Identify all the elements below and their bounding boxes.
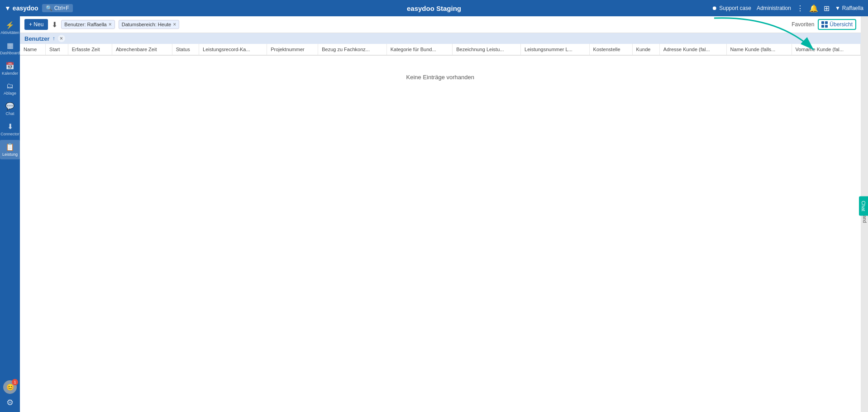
search-shortcut: Ctrl+F [54, 5, 69, 11]
table-group-label: Benutzer [24, 35, 50, 42]
sidebar-label-leistung: Leistung [2, 152, 18, 157]
user-name: Raffaella [842, 5, 863, 11]
col-name[interactable]: Name [20, 44, 46, 55]
col-leistungsrecord[interactable]: Leistungsrecord-Ka... [199, 44, 267, 55]
sidebar: ⚡ Aktivitäten ▦ Dashboard 📅 Kalender 🗂 A… [0, 16, 20, 412]
notification-badge: 1 [12, 379, 18, 385]
col-name-kunde[interactable]: Name Kunde (falls... [726, 44, 792, 55]
filter-benutzer[interactable]: Benutzer: Raffaella × [61, 20, 114, 29]
bell-icon[interactable]: 🔔 [809, 4, 818, 13]
brand-arrow: ▼ [5, 5, 11, 12]
col-erfasste-zeit[interactable]: Erfasste Zeit [68, 44, 112, 55]
col-start[interactable]: Start [46, 44, 68, 55]
col-kostenstelle[interactable]: Kostenstelle [589, 44, 632, 55]
user-menu[interactable]: ▼ Raffaella [835, 5, 863, 11]
table-container[interactable]: Name Start Erfasste Zeit Abrechenbare Ze… [20, 44, 861, 412]
connector-icon: ⬇ [7, 122, 13, 131]
filter-datumsbereich[interactable]: Datumsbereich: Heute × [119, 20, 179, 29]
top-navbar: ▼ easydoo 🔍 Ctrl+F easydoo Staging ⏺ Sup… [0, 0, 868, 16]
settings-icon[interactable]: ⚙ [6, 398, 14, 407]
grid-apps-icon[interactable]: ⊞ [824, 4, 830, 13]
sidebar-item-kalender[interactable]: 📅 Kalender [0, 59, 20, 78]
ablage-icon: 🗂 [6, 82, 14, 90]
filter-datumsbereich-label: Datumsbereich: Heute [122, 22, 171, 27]
chat-side-button[interactable]: Chat [859, 196, 868, 216]
leistung-icon: 📋 [5, 143, 14, 151]
sidebar-item-chat[interactable]: 💬 Chat [0, 99, 20, 119]
col-status[interactable]: Status [172, 44, 199, 55]
kalender-icon: 📅 [5, 62, 14, 70]
brand-name: easydoo [13, 5, 38, 12]
filter-benutzer-remove[interactable]: × [109, 21, 112, 28]
brand-logo[interactable]: ▼ easydoo [5, 5, 38, 12]
chat-icon: 💬 [5, 102, 14, 110]
sidebar-label-ablage: Ablage [4, 91, 16, 96]
new-button[interactable]: + Neu [24, 19, 48, 30]
sidebar-label-connector: Connector [0, 132, 19, 136]
aktivitaten-icon: ⚡ [5, 21, 14, 29]
col-vorname-kunde[interactable]: Vorname Kunde (fal... [792, 44, 860, 55]
support-case-button[interactable]: ⏺ Support case [712, 5, 751, 11]
ubersicht-label: Übersicht [830, 21, 853, 28]
sidebar-item-ablage[interactable]: 🗂 Ablage [0, 79, 20, 98]
app-title: easydoo Staging [407, 5, 461, 12]
toolbar: + Neu ⬇ Benutzer: Raffaella × Datumsbere… [20, 16, 861, 33]
chat-side-label: Chat [861, 201, 866, 211]
sidebar-label-aktivitaten: Aktivitäten [0, 30, 19, 35]
new-button-label: + Neu [29, 21, 43, 28]
search-box[interactable]: 🔍 Ctrl+F [42, 4, 73, 12]
sidebar-label-chat: Chat [5, 111, 14, 116]
sidebar-item-aktivitaten[interactable]: ⚡ Aktivitäten [0, 18, 20, 38]
sidebar-bottom: 😊 1 ⚙ [0, 380, 20, 407]
sidebar-label-dashboard: Dashboard [0, 51, 20, 55]
sidebar-item-dashboard[interactable]: ▦ Dashboard [0, 38, 20, 58]
ubersicht-button[interactable]: Übersicht [818, 19, 856, 30]
col-leistungsnummer[interactable]: Leistungsnummer L... [521, 44, 590, 55]
toolbar-right: Favoriten Übersicht [792, 19, 856, 30]
col-abrechenbare-zeit[interactable]: Abrechenbare Zeit [112, 44, 172, 55]
dashboard-icon: ▦ [7, 41, 14, 50]
administration-button[interactable]: Administration [757, 5, 791, 11]
table-header-row: Name Start Erfasste Zeit Abrechenbare Ze… [20, 44, 861, 55]
download-button[interactable]: ⬇ [52, 20, 57, 29]
close-group-icon[interactable]: × [58, 35, 65, 42]
col-kunde[interactable]: Kunde [632, 44, 659, 55]
col-bezug[interactable]: Bezug zu Fachkonz... [318, 44, 387, 55]
content-area: + Neu ⬇ Benutzer: Raffaella × Datumsbere… [20, 16, 861, 412]
col-projektnummer[interactable]: Projektnummer [267, 44, 318, 55]
support-case-icon: ⏺ [712, 5, 717, 11]
col-bezeichnung[interactable]: Bezeichnung Leistu... [453, 44, 521, 55]
sidebar-item-connector[interactable]: ⬇ Connector [0, 120, 20, 139]
more-options-icon[interactable]: ⋮ [796, 4, 804, 13]
avatar-container[interactable]: 😊 1 [3, 380, 17, 394]
main-table: Name Start Erfasste Zeit Abrechenbare Ze… [20, 44, 861, 99]
grid-view-icon [821, 21, 828, 28]
filter-benutzer-label: Benutzer: Raffaella [64, 22, 106, 27]
empty-message: Keine Einträge vorhanden [20, 55, 861, 99]
sidebar-item-leistung[interactable]: 📋 Leistung [0, 140, 20, 159]
filter-datumsbereich-remove[interactable]: × [173, 21, 176, 28]
search-icon: 🔍 [46, 5, 52, 11]
navbar-right: ⏺ Support case Administration ⋮ 🔔 ⊞ ▼ Ra… [712, 4, 863, 13]
navbar-left: ▼ easydoo 🔍 Ctrl+F [5, 4, 73, 12]
col-kategorie[interactable]: Kategorie für Bund... [386, 44, 453, 55]
user-arrow: ▼ [835, 5, 840, 11]
main-layout: ⚡ Aktivitäten ▦ Dashboard 📅 Kalender 🗂 A… [0, 16, 868, 412]
table-header-bar: Benutzer ↑ × [20, 33, 861, 44]
col-adresse-kunde[interactable]: Adresse Kunde (fal... [659, 44, 726, 55]
sort-asc-icon[interactable]: ↑ [52, 35, 55, 42]
favorites-button[interactable]: Favoriten [792, 21, 814, 28]
empty-row: Keine Einträge vorhanden [20, 55, 861, 99]
sidebar-label-kalender: Kalender [2, 71, 18, 76]
